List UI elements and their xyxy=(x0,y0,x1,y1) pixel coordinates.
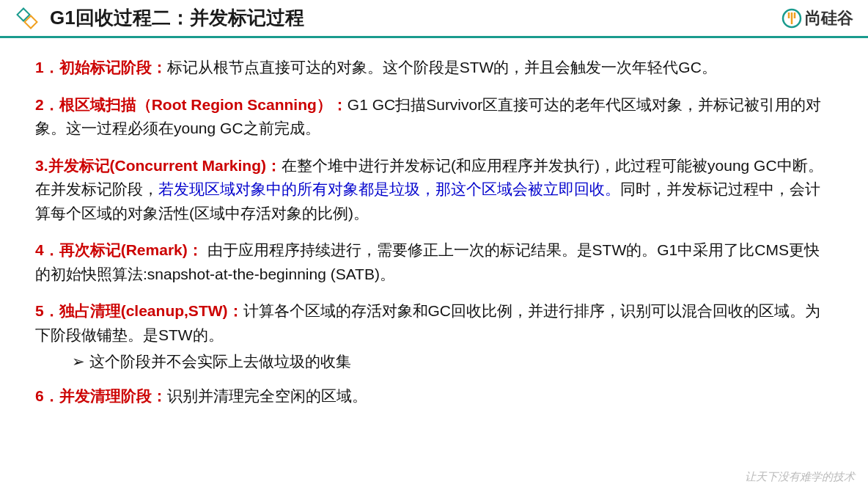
item-body-blue: 若发现区域对象中的所有对象都是垃圾，那这个区域会被立即回收。 xyxy=(158,180,620,197)
brand-text: 尚硅谷 xyxy=(805,7,853,29)
list-item: 5．独占清理(cleanup,STW)：计算各个区域的存活对象和GC回收比例，并… xyxy=(35,299,833,374)
brand-icon xyxy=(781,8,802,29)
header-bar: G1回收过程二：并发标记过程 尚硅谷 xyxy=(0,0,868,38)
item-body: 识别并清理完全空闲的区域。 xyxy=(167,387,367,404)
triangle-icon: ➢ xyxy=(72,353,89,370)
item-number: 1． xyxy=(35,59,59,76)
item-label: 根区域扫描（Root Region Scanning）： xyxy=(59,96,347,113)
header-left: G1回收过程二：并发标记过程 xyxy=(15,5,304,31)
item-label: 初始标记阶段： xyxy=(59,59,167,76)
item-label: 并发标记(Concurrent Marking)： xyxy=(48,157,282,174)
item-number: 5． xyxy=(35,302,59,319)
diamond-logo-icon xyxy=(15,6,40,31)
brand: 尚硅谷 xyxy=(781,7,853,29)
item-label: 再次标记(Remark)： xyxy=(59,241,203,258)
item-label: 独占清理(cleanup,STW)： xyxy=(59,302,243,319)
list-item: 1．初始标记阶段：标记从根节点直接可达的对象。这个阶段是STW的，并且会触发一次… xyxy=(35,56,833,80)
item-body: 标记从根节点直接可达的对象。这个阶段是STW的，并且会触发一次年轻代GC。 xyxy=(167,59,717,76)
list-item: 3.并发标记(Concurrent Marking)：在整个堆中进行并发标记(和… xyxy=(35,154,833,226)
footer-slogan: 让天下没有难学的技术 xyxy=(745,470,855,484)
item-number: 3. xyxy=(35,157,48,174)
item-number: 4． xyxy=(35,241,59,258)
item-label: 并发清理阶段： xyxy=(59,387,167,404)
list-item: 2．根区域扫描（Root Region Scanning）：G1 GC扫描Sur… xyxy=(35,93,833,141)
list-item: 4．再次标记(Remark)： 由于应用程序持续进行，需要修正上一次的标记结果。… xyxy=(35,238,833,286)
item-number: 2． xyxy=(35,96,59,113)
item-number: 6． xyxy=(35,387,59,404)
page-title: G1回收过程二：并发标记过程 xyxy=(50,5,304,31)
content-area: 1．初始标记阶段：标记从根节点直接可达的对象。这个阶段是STW的，并且会触发一次… xyxy=(0,38,868,429)
bullet-text: 这个阶段并不会实际上去做垃圾的收集 xyxy=(89,353,351,370)
sub-bullet: ➢ 这个阶段并不会实际上去做垃圾的收集 xyxy=(35,350,833,374)
list-item: 6．并发清理阶段：识别并清理完全空闲的区域。 xyxy=(35,384,833,409)
